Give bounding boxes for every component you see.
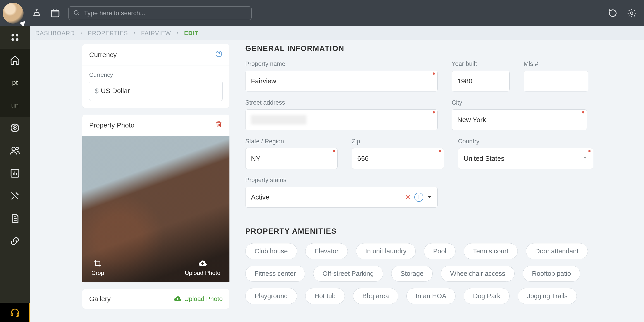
currency-value: US Dollar — [101, 87, 130, 95]
crumb-edit: EDIT — [184, 30, 198, 37]
search-box[interactable] — [68, 6, 252, 20]
gallery-upload-label: Upload Photo — [184, 295, 223, 302]
search-icon — [73, 9, 80, 17]
field-mls: Mls # — [524, 61, 588, 92]
info-icon[interactable]: i — [414, 193, 423, 202]
divider — [245, 218, 635, 218]
amenity-pill[interactable]: Bbq area — [353, 288, 398, 304]
gear-icon[interactable] — [626, 8, 637, 19]
currency-label: Currency — [89, 71, 223, 78]
amenity-pill[interactable]: Tennis court — [464, 243, 518, 259]
label-property-name: Property name — [245, 61, 438, 68]
svg-point-2 — [631, 12, 633, 14]
svg-point-3 — [12, 34, 14, 37]
input-year-built[interactable] — [452, 71, 510, 92]
amenity-pill[interactable]: Jogging Trails — [518, 288, 577, 304]
amenity-pill[interactable]: Elevator — [305, 243, 348, 259]
select-country[interactable]: United States — [458, 148, 593, 169]
input-mls[interactable] — [524, 71, 588, 92]
gallery-card: Gallery Upload Photo — [82, 289, 230, 309]
bell-light-icon[interactable] — [31, 8, 42, 19]
main: Currency Currency $ US Dollar Property P… — [30, 40, 644, 322]
amenity-pill[interactable]: Door attendant — [526, 243, 588, 259]
right-column: GENERAL INFORMATION Property name Year b… — [245, 44, 635, 322]
label-city: City — [452, 99, 587, 106]
photo-card: Property Photo Crop Upload Photo — [82, 115, 230, 282]
currency-card: Currency Currency $ US Dollar — [82, 44, 230, 108]
required-dot — [439, 150, 441, 152]
required-dot — [333, 150, 335, 152]
label-zip: Zip — [352, 138, 444, 145]
sidebar-link-icon[interactable] — [0, 230, 30, 252]
currency-card-title: Currency — [89, 51, 117, 59]
label-year-built: Year built — [452, 61, 510, 68]
upload-photo-button[interactable]: Upload Photo — [185, 259, 220, 276]
currency-select[interactable]: $ US Dollar — [89, 81, 223, 101]
amenity-pill[interactable]: Playground — [245, 288, 297, 304]
sidebar-tools-icon[interactable] — [0, 185, 30, 207]
required-dot — [582, 111, 584, 113]
svg-point-4 — [16, 34, 18, 37]
sidebar-apps-icon[interactable] — [0, 26, 30, 49]
input-city[interactable] — [452, 109, 587, 130]
field-zip: Zip — [352, 138, 444, 169]
sidebar-support-icon[interactable] — [0, 303, 30, 322]
photo-card-title: Property Photo — [89, 121, 134, 129]
field-year-built: Year built — [452, 61, 510, 92]
crumb-dashboard[interactable]: DASHBOARD — [35, 30, 75, 37]
calendar-icon[interactable] — [50, 8, 61, 19]
sidebar-money-icon[interactable] — [0, 117, 30, 139]
chevron-down-icon[interactable] — [427, 193, 432, 201]
field-street: Street address redactedtext — [245, 99, 438, 130]
sidebar-people-icon[interactable] — [0, 139, 30, 162]
label-street: Street address — [245, 99, 438, 106]
svg-rect-0 — [52, 10, 59, 17]
input-street[interactable]: redactedtext — [245, 109, 438, 130]
search-input[interactable] — [84, 10, 247, 17]
trash-icon[interactable] — [215, 120, 223, 130]
amenity-pill[interactable]: In unit laundry — [356, 243, 416, 259]
chevron-right-icon — [79, 30, 83, 37]
svg-point-1 — [74, 11, 78, 15]
required-dot — [433, 73, 435, 75]
svg-point-5 — [12, 38, 14, 41]
input-property-name[interactable] — [245, 71, 438, 92]
amenity-pill[interactable]: Club house — [245, 243, 297, 259]
clear-icon[interactable]: ✕ — [405, 193, 411, 201]
field-status: Property status Active ✕ i — [245, 177, 438, 208]
amenities-section-title: PROPERTY AMENITIES — [245, 227, 635, 235]
sidebar-tag-pt[interactable]: pt — [0, 71, 30, 94]
amenity-pill[interactable]: Hot tub — [305, 288, 345, 304]
crumb-fairview[interactable]: FAIRVIEW — [141, 30, 171, 37]
avatar[interactable] — [3, 3, 24, 24]
amenity-pill[interactable]: Pool — [424, 243, 456, 259]
crop-button[interactable]: Crop — [92, 259, 104, 276]
help-icon[interactable] — [215, 50, 223, 59]
sidebar-chart-icon[interactable] — [0, 162, 30, 185]
crumb-properties[interactable]: PROPERTIES — [88, 30, 128, 37]
input-state[interactable] — [245, 148, 338, 169]
crop-label: Crop — [92, 269, 104, 276]
label-state: State / Region — [245, 138, 338, 145]
chat-icon[interactable] — [608, 8, 619, 19]
gallery-upload-button[interactable]: Upload Photo — [174, 295, 223, 303]
select-status[interactable]: Active ✕ i — [245, 187, 438, 208]
field-country: Country United States — [458, 138, 593, 169]
currency-prefix: $ — [95, 87, 99, 95]
amenity-pill[interactable]: Wheelchair access — [441, 266, 514, 282]
amenity-pill[interactable]: Fitness center — [245, 266, 305, 282]
input-zip[interactable] — [352, 148, 444, 169]
required-dot — [588, 150, 590, 152]
amenity-pill[interactable]: Storage — [391, 266, 433, 282]
sidebar-doc-icon[interactable] — [0, 207, 30, 230]
sidebar-tag-un[interactable]: un — [0, 94, 30, 117]
property-photo: Crop Upload Photo — [82, 136, 230, 282]
svg-point-9 — [16, 147, 18, 150]
gallery-card-title: Gallery — [89, 295, 111, 303]
amenity-pill[interactable]: In an HOA — [406, 288, 456, 304]
amenity-pill[interactable]: Off-street Parking — [313, 266, 383, 282]
svg-point-6 — [16, 38, 18, 41]
amenity-pill[interactable]: Dog Park — [464, 288, 510, 304]
sidebar-home-icon[interactable] — [0, 49, 30, 71]
amenity-pill[interactable]: Rooftop patio — [523, 266, 580, 282]
